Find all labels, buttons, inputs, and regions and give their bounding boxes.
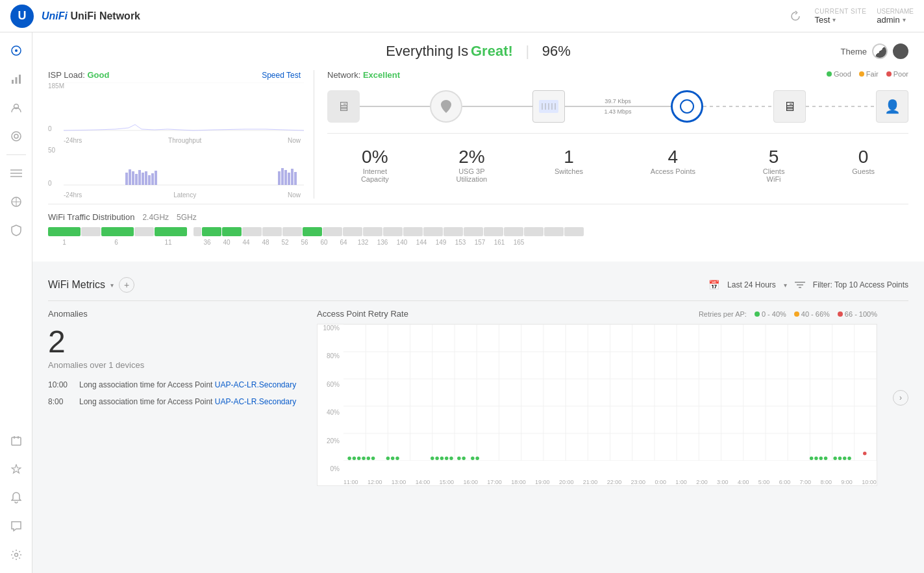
latency-chart: 50 0 xyxy=(48,147,301,199)
svg-point-96 xyxy=(819,456,823,459)
isp-section: ISP Load: Good Speed Test 185M 0 xyxy=(48,70,314,199)
svg-rect-35 xyxy=(291,169,293,185)
app-brand: UniFi UniFi Network xyxy=(42,10,140,22)
network-status: Network: Excellent xyxy=(327,70,400,80)
wifi-channel-bars xyxy=(48,227,908,236)
topo-client: 👤 xyxy=(876,90,908,123)
svg-rect-33 xyxy=(284,170,287,185)
metric-access-points: 4 Access Points xyxy=(651,147,695,183)
svg-point-88 xyxy=(445,456,448,459)
topo-computer: 🖥 xyxy=(773,90,806,123)
sidebar-item-shield[interactable] xyxy=(3,217,29,243)
topo-connector-1 xyxy=(360,106,430,107)
metric-internet-capacity: 0% Internet Capacity xyxy=(361,147,389,183)
anomaly-item-2: 8:00 Long association time for Access Po… xyxy=(48,397,301,406)
svg-point-91 xyxy=(462,456,465,459)
svg-point-94 xyxy=(810,456,813,459)
svg-point-93 xyxy=(475,456,479,459)
svg-rect-36 xyxy=(294,172,297,185)
svg-point-78 xyxy=(357,456,360,459)
top-section: Everything Is Great! | 96% Theme xyxy=(32,32,924,262)
wifi-traffic-header: WiFi Traffic Distribution 2.4GHz 5GHz xyxy=(48,212,908,222)
filter-icon xyxy=(795,281,805,289)
sidebar-item-star[interactable] xyxy=(3,456,29,482)
add-metric-button[interactable]: + xyxy=(119,277,134,293)
metrics-content: Anomalies 2 Anomalies over 1 devices 10:… xyxy=(48,309,908,486)
refresh-button[interactable] xyxy=(786,7,805,25)
top-nav: U UniFi UniFi Network CURRENT SITE Test … xyxy=(0,0,924,32)
anomaly-link-2[interactable]: UAP-AC-LR.Secondary xyxy=(215,397,296,406)
sidebar-item-gear[interactable] xyxy=(3,542,29,568)
speed-test-link[interactable]: Speed Test xyxy=(262,71,301,80)
sidebar-divider-1 xyxy=(6,154,26,155)
svg-point-1 xyxy=(15,49,18,52)
svg-rect-4 xyxy=(19,75,21,84)
svg-rect-31 xyxy=(278,171,281,185)
svg-point-89 xyxy=(449,456,453,459)
bottom-section: WiFi Metrics ▾ + 📅 Last 24 Hours ▾ Filte… xyxy=(32,267,924,496)
site-dropdown-arrow[interactable]: ▾ xyxy=(832,16,836,23)
sidebar-item-chat[interactable] xyxy=(3,513,29,539)
anomalies-panel: Anomalies 2 Anomalies over 1 devices 10:… xyxy=(48,309,301,486)
sidebar-item-clients[interactable] xyxy=(3,95,29,121)
network-topology: 🖥 xyxy=(327,85,908,134)
topo-gateway xyxy=(430,90,462,123)
sidebar-item-bell[interactable] xyxy=(3,485,29,511)
svg-point-82 xyxy=(386,456,390,459)
svg-rect-25 xyxy=(138,170,141,185)
sidebar-item-list[interactable] xyxy=(3,160,29,186)
topo-connector-speeds: 39.7 Kbps 1.43 Mbps xyxy=(565,98,670,115)
svg-point-97 xyxy=(824,456,827,459)
svg-rect-28 xyxy=(148,175,151,185)
svg-rect-29 xyxy=(151,173,154,185)
anomaly-item-1: 10:00 Long association time for Access P… xyxy=(48,380,301,389)
retry-chart-grid-svg xyxy=(343,324,877,461)
time-filter-dropdown[interactable]: ▾ xyxy=(784,282,787,289)
svg-point-102 xyxy=(863,452,866,455)
user-dropdown-arrow[interactable]: ▾ xyxy=(903,16,906,23)
retry-chart-panel: Access Point Retry Rate Retries per AP: … xyxy=(317,309,877,486)
site-info: CURRENT SITE Test ▾ xyxy=(815,8,867,25)
svg-point-84 xyxy=(395,456,399,459)
svg-point-6 xyxy=(12,132,21,141)
svg-point-17 xyxy=(14,554,18,557)
stats-row: ISP Load: Good Speed Test 185M 0 xyxy=(48,70,908,199)
top-nav-right: CURRENT SITE Test ▾ USERNAME admin ▾ xyxy=(786,7,914,25)
metric-usg-utilization: 2% USG 3P Utilization xyxy=(456,147,488,183)
anomaly-link-1[interactable]: UAP-AC-LR.Secondary xyxy=(215,380,296,389)
wifi-metrics-dropdown[interactable]: ▾ xyxy=(110,282,114,289)
svg-point-87 xyxy=(440,456,443,459)
scroll-right-button[interactable]: › xyxy=(893,309,908,486)
svg-point-98 xyxy=(833,456,836,459)
sidebar-item-map[interactable] xyxy=(3,189,29,215)
layout: Everything Is Great! | 96% Theme xyxy=(0,32,924,573)
svg-rect-24 xyxy=(135,174,138,185)
sidebar-item-stats[interactable] xyxy=(3,66,29,92)
wifi-metrics-header: WiFi Metrics ▾ + 📅 Last 24 Hours ▾ Filte… xyxy=(48,277,908,301)
sidebar-item-dashboard[interactable] xyxy=(3,38,29,64)
theme-light-button[interactable] xyxy=(872,43,888,59)
svg-rect-32 xyxy=(281,168,284,185)
svg-rect-34 xyxy=(288,173,290,185)
wifi-channel-labels: 1 6 11 36 40 44 48 52 56 60 64 132 1 xyxy=(48,239,908,246)
header-status: Everything Is Great! | 96% xyxy=(386,43,571,60)
svg-rect-22 xyxy=(129,169,131,185)
network-section: Network: Excellent Good Fair Poor xyxy=(314,70,908,199)
svg-point-90 xyxy=(457,456,460,459)
metric-clients-wifi: 5 Clients WiFi xyxy=(763,147,785,183)
sidebar-item-devices[interactable] xyxy=(3,123,29,149)
sidebar-item-calendar[interactable] xyxy=(3,428,29,454)
topo-connector-dashed-2 xyxy=(806,106,876,107)
svg-rect-26 xyxy=(142,173,144,185)
svg-point-86 xyxy=(435,456,438,459)
main-content: Everything Is Great! | 96% Theme xyxy=(32,32,924,573)
wifi-traffic-section: WiFi Traffic Distribution 2.4GHz 5GHz xyxy=(48,204,908,251)
retry-rate-chart: 100% 80% 60% 40% 20% 0% xyxy=(317,324,877,486)
topo-connector-2 xyxy=(462,106,532,107)
svg-point-80 xyxy=(367,456,370,459)
app-logo: U xyxy=(10,5,34,28)
svg-point-95 xyxy=(814,456,818,459)
metric-guests: 0 Guests xyxy=(852,147,875,183)
theme-dark-button[interactable] xyxy=(893,43,908,59)
topo-switch xyxy=(532,90,565,123)
